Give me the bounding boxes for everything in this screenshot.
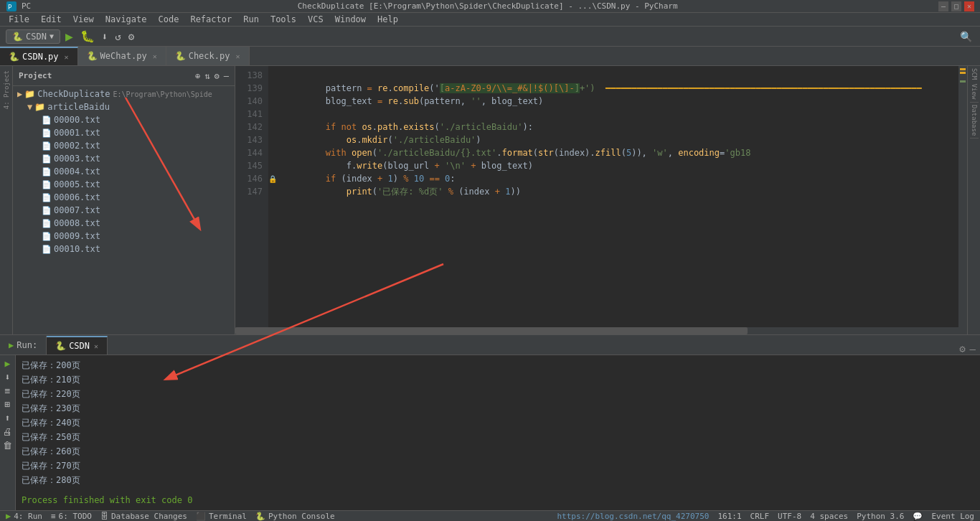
sidebar-settings-icon[interactable]: ⚙	[215, 71, 220, 81]
bottom-tab-csdn[interactable]: 🐍 CSDN ✕	[47, 336, 108, 355]
output-line-8: 已保存：270页	[22, 459, 974, 473]
tree-file-00008[interactable]: 📄 00008.txt	[13, 217, 235, 230]
database-label[interactable]: Database	[970, 103, 979, 139]
code-content[interactable]: pattern = re.compile('[a-zA-Z0-9/\\=_#&|…	[278, 66, 958, 327]
sidebar-expand-icon[interactable]: ⇅	[204, 71, 209, 81]
file-label-10: 00010.txt	[54, 244, 100, 254]
project-name: CSDN	[26, 32, 47, 42]
status-position[interactable]: 161:1	[717, 512, 741, 521]
dropdown-arrow-icon: ▼	[50, 32, 54, 40]
run-green-icon[interactable]: ▶	[5, 358, 11, 369]
tree-file-00007[interactable]: 📄 00007.txt	[13, 204, 235, 217]
line-numbers: 138 139 140 141 142 143 144 145 146 147	[235, 66, 268, 327]
tab-wechat-label: WeChat.py	[100, 51, 147, 61]
status-charset[interactable]: UTF-8	[778, 512, 801, 521]
tab-wechat-close-icon[interactable]: ✕	[153, 52, 157, 60]
tree-file-00006[interactable]: 📄 00006.txt	[13, 191, 235, 204]
scm-view-label[interactable]: SCM View	[970, 66, 979, 102]
run-lines-icon[interactable]: ≡	[5, 385, 11, 396]
run-print-icon[interactable]: 🖨	[3, 426, 12, 437]
project-selector[interactable]: 🐍 CSDN ▼	[6, 29, 60, 44]
tree-file-00005[interactable]: 📄 00005.txt	[13, 178, 235, 191]
tree-file-00001[interactable]: 📄 00001.txt	[13, 126, 235, 139]
tree-root[interactable]: ▶ 📁 CheckDuplicate E:\Program\Python\Spi…	[13, 88, 235, 100]
sidebar-locate-icon[interactable]: ⊕	[195, 71, 200, 81]
status-db-label[interactable]: Database Changes	[111, 512, 187, 521]
tab-csdn-close-icon[interactable]: ✕	[65, 53, 69, 61]
menu-edit[interactable]: Edit	[35, 13, 67, 26]
code-line-146: print('已保存: %d页' % (index + 1))	[284, 187, 521, 197]
tree-file-00010[interactable]: 📄 00010.txt	[13, 243, 235, 255]
tree-file-00000[interactable]: 📄 00000.txt	[13, 113, 235, 126]
code-line-144: f.write(blog_url + '\n' + blog_text)	[284, 161, 533, 171]
profile-button[interactable]: ↺	[113, 29, 123, 44]
status-todo-label[interactable]: 6: TODO	[59, 512, 92, 521]
run-output: 已保存：200页 已保存：210页 已保存：220页 已保存：230页 已保存：…	[16, 355, 980, 510]
csdn-tab-close-icon[interactable]: ✕	[94, 342, 98, 350]
bottom-minimize-icon[interactable]: —	[970, 343, 976, 355]
editor-right-indicators	[958, 66, 967, 327]
close-button[interactable]: ✕	[964, 1, 974, 11]
menu-window[interactable]: Window	[329, 13, 372, 26]
settings-button[interactable]: ⚙	[126, 29, 136, 44]
status-run-icon[interactable]: ▶	[6, 511, 11, 521]
tree-file-00009[interactable]: 📄 00009.txt	[13, 230, 235, 243]
menu-help[interactable]: Help	[372, 13, 404, 26]
bottom-main: ▶ ⬇ ≡ ⊞ ⬆ 🖨 🗑 已保存：200页 已保存：210页 已保存：220页…	[0, 355, 980, 510]
run-delete-icon[interactable]: 🗑	[3, 440, 12, 451]
maximize-button[interactable]: □	[951, 1, 961, 11]
status-terminal-label[interactable]: Terminal	[209, 512, 247, 521]
status-python-label[interactable]: Python Console	[268, 512, 335, 521]
tree-file-00004[interactable]: 📄 00004.txt	[13, 165, 235, 178]
minimize-button[interactable]: —	[938, 1, 948, 11]
status-crlf[interactable]: CRLF	[750, 512, 770, 521]
tab-wechat[interactable]: 🐍 WeChat.py ✕	[78, 47, 166, 65]
sidebar-close-icon[interactable]: —	[224, 71, 229, 81]
bottom-tab-run[interactable]: ▶ Run:	[0, 336, 47, 355]
run-button[interactable]: ▶	[63, 27, 75, 46]
event-log-icon[interactable]: 💬	[913, 512, 923, 521]
run-up-icon[interactable]: ⬆	[5, 413, 11, 423]
tree-article-baidu[interactable]: ▼ 📁 articleBaidu	[13, 100, 235, 113]
menu-vcs[interactable]: VCS	[302, 13, 329, 26]
status-todo-icon[interactable]: ≡	[51, 512, 56, 521]
menu-tools[interactable]: Tools	[265, 13, 302, 26]
search-everywhere-button[interactable]: 🔍	[958, 29, 974, 44]
csdn-tab-icon: 🐍	[55, 341, 66, 351]
tab-check-label: Check.py	[189, 51, 230, 61]
window-controls: — □ ✕	[938, 1, 974, 11]
title-bar: P PC CheckDuplicate [E:\Program\Python\S…	[0, 0, 980, 13]
menu-file[interactable]: File	[3, 13, 35, 26]
editor-gutter: 🔒	[268, 66, 278, 327]
run-split-icon[interactable]: ⊞	[5, 399, 11, 410]
tree-file-00003[interactable]: 📄 00003.txt	[13, 152, 235, 165]
folder-icon: 📁	[34, 102, 45, 112]
coverage-button[interactable]: ⬇	[100, 29, 110, 44]
menu-run[interactable]: Run	[237, 13, 265, 26]
tab-check[interactable]: 🐍 Check.py ✕	[166, 47, 250, 65]
file-label-3: 00003.txt	[54, 154, 100, 164]
debug-button[interactable]: 🐛	[78, 27, 97, 45]
run-tab-icon: ▶	[9, 340, 14, 350]
status-run-label[interactable]: 4: Run	[14, 512, 42, 521]
menu-code[interactable]: Code	[153, 13, 185, 26]
status-python-icon[interactable]: 🐍	[255, 512, 265, 521]
status-db-icon[interactable]: 🗄	[100, 512, 108, 521]
menu-view[interactable]: View	[67, 13, 100, 26]
tab-csdn[interactable]: 🐍 CSDN.py ✕	[0, 47, 78, 65]
status-terminal-icon[interactable]: ⬛	[196, 512, 206, 521]
event-log-label[interactable]: Event Log	[931, 512, 974, 521]
status-language[interactable]: Python 3.6	[857, 512, 904, 521]
status-url[interactable]: https://blog.csdn.net/qq_4270750	[557, 512, 710, 521]
menu-refactor[interactable]: Refactor	[184, 13, 237, 26]
editor-scrollbar-h[interactable]	[235, 327, 967, 334]
menu-navigate[interactable]: Navigate	[100, 13, 153, 26]
menu-pc[interactable]: PC	[22, 1, 31, 11]
bottom-settings-icon[interactable]: ⚙	[959, 343, 965, 355]
root-label: CheckDuplicate	[37, 89, 110, 99]
status-indent[interactable]: 4 spaces	[810, 512, 848, 521]
project-sidebar-label[interactable]: 4: Project	[1, 69, 11, 111]
run-down-icon[interactable]: ⬇	[5, 372, 11, 382]
tab-check-close-icon[interactable]: ✕	[235, 52, 240, 60]
tree-file-00002[interactable]: 📄 00002.txt	[13, 139, 235, 152]
